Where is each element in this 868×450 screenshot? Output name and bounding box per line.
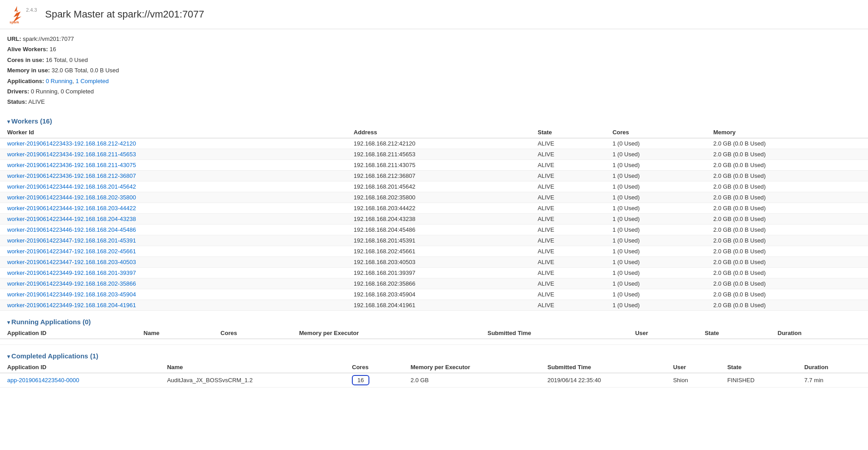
workers-section-header[interactable]: Workers (16) xyxy=(0,114,868,127)
worker-memory-cell: 2.0 GB (0.0 B Used) xyxy=(706,256,868,267)
running-col-user: User xyxy=(628,327,697,339)
completed-apps-section-header[interactable]: Completed Applications (1) xyxy=(0,349,868,362)
worker-id-link[interactable]: worker-20190614223447-192.168.168.202-45… xyxy=(7,248,136,255)
worker-memory-cell: 2.0 GB (0.0 B Used) xyxy=(706,192,868,203)
worker-state-cell: ALIVE xyxy=(530,300,605,310)
worker-id-cell: worker-20190614223436-192.168.168.211-43… xyxy=(0,159,346,170)
workers-col-id: Worker Id xyxy=(0,127,346,138)
worker-state-cell: ALIVE xyxy=(530,246,605,256)
worker-id-link[interactable]: worker-20190614223447-192.168.168.201-45… xyxy=(7,237,136,244)
completed-apps-table-wrap: Application ID Name Cores Memory per Exe… xyxy=(0,362,868,388)
completed-appid-link[interactable]: app-20190614223540-0000 xyxy=(7,377,79,384)
worker-state-cell: ALIVE xyxy=(530,278,605,289)
worker-state-cell: ALIVE xyxy=(530,138,605,149)
completed-memory-cell: 2.0 GB xyxy=(403,373,540,387)
worker-id-cell: worker-20190614223449-192.168.168.202-35… xyxy=(0,278,346,289)
worker-id-cell: worker-20190614223433-192.168.168.212-42… xyxy=(0,138,346,149)
worker-id-link[interactable]: worker-20190614223444-192.168.168.201-45… xyxy=(7,183,136,190)
completed-apps-table: Application ID Name Cores Memory per Exe… xyxy=(0,362,868,388)
worker-cores-cell: 1 (0 Used) xyxy=(605,289,706,300)
running-apps-section-header[interactable]: Running Applications (0) xyxy=(0,314,868,327)
worker-address-cell: 192.168.168.201:45391 xyxy=(346,235,530,246)
worker-cores-cell: 1 (0 Used) xyxy=(605,224,706,235)
table-row: worker-20190614223433-192.168.168.212-42… xyxy=(0,138,868,149)
applications-completed-link[interactable]: 1 Completed xyxy=(75,78,109,84)
running-apps-table: Application ID Name Cores Memory per Exe… xyxy=(0,327,868,345)
memory-label: Memory in use: xyxy=(7,67,50,74)
worker-id-cell: worker-20190614223447-192.168.168.201-45… xyxy=(0,235,346,246)
worker-id-link[interactable]: worker-20190614223449-192.168.168.202-35… xyxy=(7,280,136,287)
url-label: URL: xyxy=(7,35,21,42)
worker-address-cell: 192.168.168.203:44422 xyxy=(346,203,530,213)
worker-cores-cell: 1 (0 Used) xyxy=(605,235,706,246)
worker-state-cell: ALIVE xyxy=(530,181,605,192)
worker-id-link[interactable]: worker-20190614223449-192.168.168.204-41… xyxy=(7,302,136,309)
worker-memory-cell: 2.0 GB (0.0 B Used) xyxy=(706,224,868,235)
completed-col-name: Name xyxy=(160,362,345,373)
worker-id-link[interactable]: worker-20190614223444-192.168.168.202-35… xyxy=(7,194,136,201)
completed-col-cores: Cores xyxy=(345,362,403,373)
table-row: app-20190614223540-0000 AuditJava_JX_BOS… xyxy=(0,373,868,387)
worker-id-link[interactable]: worker-20190614223449-192.168.168.203-45… xyxy=(7,291,136,298)
worker-id-link[interactable]: worker-20190614223449-192.168.168.201-39… xyxy=(7,269,136,276)
worker-cores-cell: 1 (0 Used) xyxy=(605,170,706,181)
worker-id-link[interactable]: worker-20190614223434-192.168.168.211-45… xyxy=(7,151,136,158)
worker-memory-cell: 2.0 GB (0.0 B Used) xyxy=(706,213,868,224)
completed-col-memory: Memory per Executor xyxy=(403,362,540,373)
worker-id-link[interactable]: worker-20190614223447-192.168.168.203-40… xyxy=(7,259,136,265)
worker-cores-cell: 1 (0 Used) xyxy=(605,300,706,310)
worker-id-link[interactable]: worker-20190614223436-192.168.168.211-43… xyxy=(7,162,136,168)
table-row: worker-20190614223446-192.168.168.204-45… xyxy=(0,224,868,235)
logo-area: spark 2.4.3 xyxy=(7,4,41,24)
worker-memory-cell: 2.0 GB (0.0 B Used) xyxy=(706,289,868,300)
worker-memory-cell: 2.0 GB (0.0 B Used) xyxy=(706,235,868,246)
alive-workers-value: 16 xyxy=(49,46,56,53)
worker-address-cell: 192.168.168.202:45661 xyxy=(346,246,530,256)
worker-id-cell: worker-20190614223447-192.168.168.203-40… xyxy=(0,256,346,267)
worker-memory-cell: 2.0 GB (0.0 B Used) xyxy=(706,149,868,159)
worker-cores-cell: 1 (0 Used) xyxy=(605,256,706,267)
completed-duration-cell: 7.7 min xyxy=(797,373,868,387)
worker-address-cell: 192.168.168.201:39397 xyxy=(346,267,530,278)
cores-highlighted: 16 xyxy=(352,375,369,385)
worker-id-link[interactable]: worker-20190614223444-192.168.168.203-44… xyxy=(7,205,136,212)
worker-memory-cell: 2.0 GB (0.0 B Used) xyxy=(706,203,868,213)
worker-address-cell: 192.168.168.202:35800 xyxy=(346,192,530,203)
worker-state-cell: ALIVE xyxy=(530,289,605,300)
worker-id-cell: worker-20190614223436-192.168.168.212-36… xyxy=(0,170,346,181)
worker-cores-cell: 1 (0 Used) xyxy=(605,246,706,256)
completed-col-appid: Application ID xyxy=(0,362,160,373)
worker-address-cell: 192.168.168.202:35866 xyxy=(346,278,530,289)
completed-col-state: State xyxy=(720,362,797,373)
url-value: spark://vm201:7077 xyxy=(23,35,74,42)
worker-id-cell: worker-20190614223447-192.168.168.202-45… xyxy=(0,246,346,256)
running-col-name: Name xyxy=(136,327,214,339)
worker-id-cell: worker-20190614223449-192.168.168.204-41… xyxy=(0,300,346,310)
worker-id-link[interactable]: worker-20190614223433-192.168.168.212-42… xyxy=(7,140,136,147)
table-row: worker-20190614223434-192.168.168.211-45… xyxy=(0,149,868,159)
worker-state-cell: ALIVE xyxy=(530,149,605,159)
table-row: worker-20190614223447-192.168.168.203-40… xyxy=(0,256,868,267)
worker-state-cell: ALIVE xyxy=(530,170,605,181)
version-label: 2.4.3 xyxy=(26,7,37,13)
status-value: ALIVE xyxy=(28,98,45,105)
completed-col-duration: Duration xyxy=(797,362,868,373)
table-row: worker-20190614223449-192.168.168.202-35… xyxy=(0,278,868,289)
worker-address-cell: 192.168.168.212:36807 xyxy=(346,170,530,181)
worker-id-cell: worker-20190614223446-192.168.168.204-45… xyxy=(0,224,346,235)
worker-id-link[interactable]: worker-20190614223444-192.168.168.204-43… xyxy=(7,216,136,222)
completed-cores-cell: 16 xyxy=(345,373,403,387)
running-apps-empty xyxy=(0,339,868,344)
workers-col-state: State xyxy=(530,127,605,138)
applications-running-link[interactable]: 0 Running xyxy=(46,78,72,84)
worker-id-cell: worker-20190614223444-192.168.168.203-44… xyxy=(0,203,346,213)
worker-address-cell: 192.168.168.204:41961 xyxy=(346,300,530,310)
table-row: worker-20190614223436-192.168.168.211-43… xyxy=(0,159,868,170)
completed-user-cell: Shion xyxy=(666,373,720,387)
worker-id-link[interactable]: worker-20190614223436-192.168.168.212-36… xyxy=(7,172,136,179)
worker-memory-cell: 2.0 GB (0.0 B Used) xyxy=(706,159,868,170)
applications-label: Applications: xyxy=(7,78,44,84)
worker-id-link[interactable]: worker-20190614223446-192.168.168.204-45… xyxy=(7,226,136,233)
worker-id-cell: worker-20190614223434-192.168.168.211-45… xyxy=(0,149,346,159)
table-row: worker-20190614223449-192.168.168.201-39… xyxy=(0,267,868,278)
